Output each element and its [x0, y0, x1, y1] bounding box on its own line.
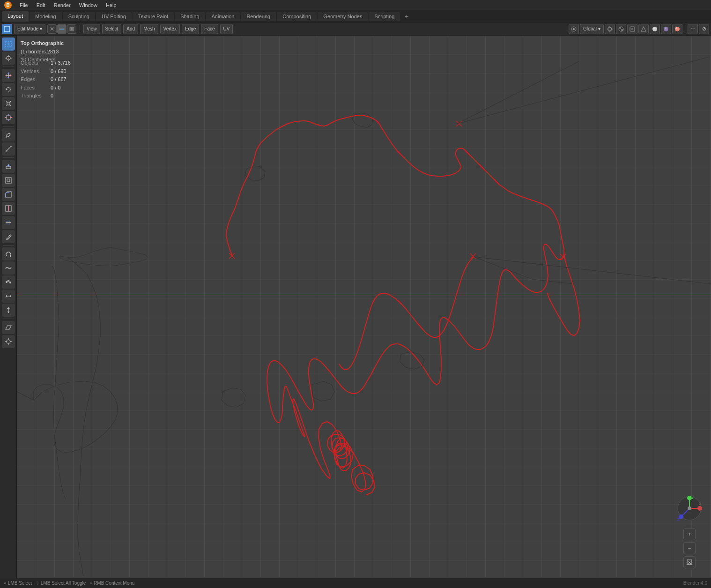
tool-smooth-vertices[interactable]	[2, 261, 15, 275]
add-menu[interactable]: Add	[123, 24, 138, 34]
tab-geometry-nodes[interactable]: Geometry Nodes	[318, 12, 368, 21]
tab-compositing[interactable]: Compositing	[277, 12, 317, 21]
vertex-select-mode[interactable]	[47, 24, 57, 34]
menu-window[interactable]: Window	[75, 1, 101, 9]
svg-point-111	[82, 576, 84, 578]
svg-point-108	[63, 494, 65, 496]
tool-push-pull[interactable]	[2, 304, 15, 317]
zoom-in-button[interactable]: +	[683, 528, 696, 540]
svg-marker-65	[7, 164, 10, 166]
shading-solid[interactable]	[650, 24, 660, 34]
shading-wireframe[interactable]	[638, 24, 649, 34]
viewport-corner-bl[interactable]	[17, 570, 24, 578]
tool-knife[interactable]	[2, 230, 15, 243]
tab-modeling[interactable]: Modeling	[30, 12, 62, 21]
viewport-corner-tl[interactable]	[17, 36, 24, 43]
tab-uv-editing[interactable]: UV Editing	[96, 12, 132, 21]
face-menu[interactable]: Face	[201, 24, 218, 34]
svg-rect-64	[6, 166, 11, 169]
editor-options[interactable]: ⊘	[699, 24, 709, 34]
status-shift-lmb: ⇧ LMB Select All Toggle	[36, 581, 86, 586]
svg-point-101	[56, 283, 58, 285]
tool-spin[interactable]	[2, 247, 15, 261]
tool-randomize[interactable]	[2, 275, 15, 289]
tool-move[interactable]	[2, 69, 15, 82]
proportional-edit-icon[interactable]	[569, 24, 579, 34]
tab-shading[interactable]: Shading	[175, 12, 205, 21]
menu-help[interactable]: Help	[102, 1, 120, 9]
tool-select-box[interactable]	[2, 37, 15, 51]
edge-menu[interactable]: Edge	[182, 24, 199, 34]
nav-overlay: X Y Z + −	[675, 494, 704, 568]
svg-point-42	[8, 58, 9, 59]
menu-file[interactable]: File	[16, 1, 32, 9]
tool-transform[interactable]	[2, 111, 15, 124]
tool-scale[interactable]	[2, 97, 15, 110]
tool-slide-relax[interactable]	[2, 290, 15, 303]
svg-point-96	[142, 261, 144, 262]
tool-offset-edge[interactable]	[2, 216, 15, 229]
zoom-out-button[interactable]: −	[683, 542, 696, 554]
add-workspace-button[interactable]: +	[401, 11, 412, 22]
tool-loop-cut[interactable]	[2, 202, 15, 215]
tool-sep-5	[3, 319, 14, 319]
tool-cursor[interactable]	[2, 52, 15, 65]
mesh-menu[interactable]: Mesh	[140, 24, 158, 34]
svg-point-14	[71, 28, 73, 30]
viewport-gizmo[interactable]: X Y Z	[675, 494, 704, 522]
shading-material[interactable]	[661, 24, 671, 34]
tool-shrink-fatten[interactable]	[2, 335, 15, 348]
tool-shear[interactable]	[2, 321, 15, 334]
tool-sep-4	[3, 245, 14, 246]
tool-rotate[interactable]	[2, 83, 15, 96]
shading-rendered[interactable]	[672, 24, 682, 34]
tab-rendering[interactable]: Rendering	[241, 12, 276, 21]
xray-icon[interactable]	[627, 24, 637, 34]
gizmo-toggle[interactable]: ⊹	[688, 24, 698, 34]
svg-line-112	[457, 61, 579, 124]
svg-point-94	[110, 265, 111, 267]
svg-point-120	[96, 385, 97, 387]
tab-texture-paint[interactable]: Texture Paint	[133, 12, 174, 21]
right-controls: Global ▾	[569, 24, 709, 34]
viewport-corner-br[interactable]	[704, 570, 711, 578]
uv-menu[interactable]: UV	[220, 24, 233, 34]
vertex-menu[interactable]: Vertex	[160, 24, 180, 34]
tab-layout[interactable]: Layout	[2, 11, 29, 22]
view-menu[interactable]: View	[83, 24, 100, 34]
tool-measure[interactable]	[2, 142, 15, 156]
transform-pivot[interactable]: Global ▾	[580, 24, 604, 34]
svg-marker-82	[7, 307, 10, 309]
blender-logo[interactable]: B	[3, 0, 13, 10]
svg-point-29	[653, 27, 655, 29]
tool-annotate[interactable]	[2, 128, 15, 141]
svg-point-30	[664, 27, 668, 31]
svg-point-6	[9, 30, 10, 32]
svg-marker-46	[7, 77, 9, 79]
tool-extrude[interactable]	[2, 160, 15, 173]
tool-bevel[interactable]	[2, 188, 15, 201]
svg-point-104	[56, 358, 58, 360]
viewport-corner-tr[interactable]	[704, 36, 711, 43]
tab-sculpting[interactable]: Sculpting	[63, 12, 95, 21]
svg-text:B: B	[6, 3, 9, 8]
tab-animation[interactable]: Animation	[206, 12, 240, 21]
tab-scripting[interactable]: Scripting	[369, 12, 400, 21]
menu-edit[interactable]: Edit	[33, 1, 49, 9]
snap-icon[interactable]	[605, 24, 615, 34]
svg-line-61	[6, 147, 11, 151]
svg-point-100	[51, 264, 53, 266]
svg-point-98	[77, 255, 79, 257]
svg-marker-47	[5, 74, 7, 76]
viewport-mode-icon[interactable]	[2, 24, 12, 34]
svg-point-119	[84, 381, 86, 383]
edge-select-mode[interactable]	[57, 24, 67, 34]
view-all-button[interactable]	[683, 556, 696, 568]
face-select-mode[interactable]	[67, 24, 76, 34]
menu-render[interactable]: Render	[50, 1, 74, 9]
overlay-icon[interactable]	[616, 24, 626, 34]
edit-mode-selector[interactable]: Edit Mode ▾	[14, 24, 45, 34]
viewport[interactable]: Top Orthographic (1) borders.2813 10 Cen…	[17, 36, 711, 578]
select-menu[interactable]: Select	[102, 24, 122, 34]
tool-inset[interactable]	[2, 174, 15, 187]
